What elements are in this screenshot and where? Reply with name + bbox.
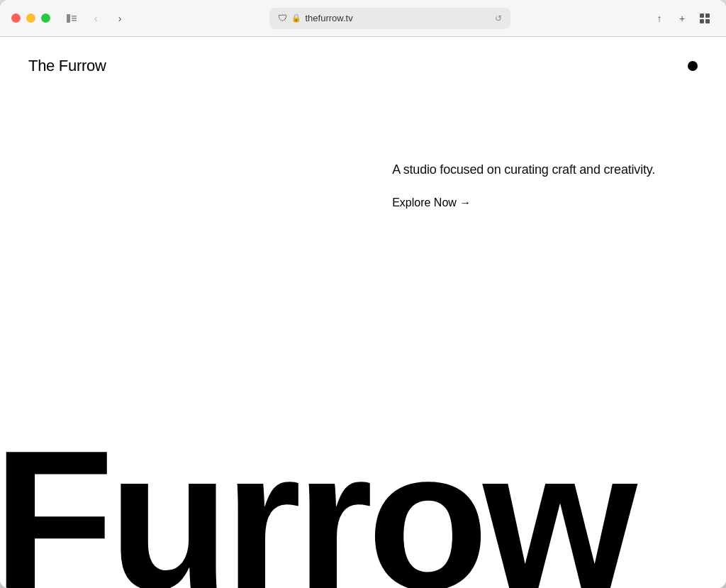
svg-rect-7	[705, 19, 710, 23]
traffic-lights	[11, 13, 50, 23]
svg-rect-1	[72, 16, 77, 17]
header-dot[interactable]	[688, 61, 698, 71]
share-icon: ↑	[657, 13, 662, 24]
hero-subtitle: A studio focused on curating craft and c…	[392, 160, 655, 179]
minimize-button[interactable]	[26, 13, 35, 23]
share-button[interactable]: ↑	[649, 9, 669, 28]
site-logo[interactable]: The Furrow	[28, 57, 106, 75]
shield-icon: 🛡	[278, 13, 287, 23]
tab-grid-button[interactable]	[695, 9, 715, 28]
back-icon: ‹	[94, 13, 98, 24]
new-tab-button[interactable]: +	[672, 9, 692, 28]
svg-rect-2	[72, 18, 77, 19]
hero-text-block: A studio focused on curating craft and c…	[392, 160, 655, 209]
forward-icon: ›	[118, 13, 122, 24]
new-tab-icon: +	[679, 13, 685, 24]
large-background-text: Furrow	[0, 431, 726, 588]
forward-button[interactable]: ›	[110, 9, 130, 28]
hero-section: A studio focused on curating craft and c…	[0, 89, 726, 238]
maximize-button[interactable]	[41, 13, 50, 23]
reload-icon[interactable]: ↺	[495, 13, 502, 23]
address-bar[interactable]: 🛡 🔒 thefurrow.tv ↺	[269, 8, 510, 29]
lock-icon: 🔒	[291, 13, 301, 23]
url-display: thefurrow.tv	[306, 13, 353, 23]
address-bar-container: 🛡 🔒 thefurrow.tv ↺	[141, 8, 638, 29]
large-text-container: Furrow	[0, 431, 726, 588]
browser-window: ‹ › 🛡 🔒 thefurrow.tv ↺ ↑ +	[0, 0, 726, 588]
website-content: The Furrow A studio focused on curating …	[0, 37, 726, 588]
sidebar-toggle-button[interactable]	[62, 9, 82, 28]
site-header: The Furrow	[0, 37, 726, 89]
svg-rect-6	[700, 19, 704, 23]
svg-rect-4	[700, 13, 704, 18]
svg-rect-5	[705, 13, 710, 18]
browser-titlebar: ‹ › 🛡 🔒 thefurrow.tv ↺ ↑ +	[0, 0, 726, 37]
svg-rect-0	[67, 14, 70, 23]
back-button[interactable]: ‹	[86, 9, 106, 28]
svg-rect-3	[72, 20, 77, 21]
explore-now-link[interactable]: Explore Now →	[392, 196, 471, 209]
browser-toolbar-left: ‹ ›	[62, 9, 130, 28]
toolbar-right: ↑ +	[649, 9, 715, 28]
close-button[interactable]	[11, 13, 21, 23]
